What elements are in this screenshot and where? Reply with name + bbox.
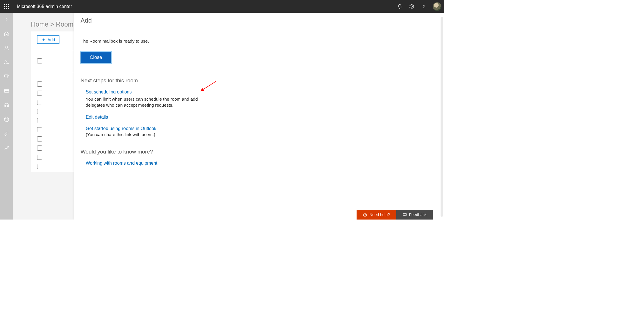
waffle-icon <box>4 4 9 9</box>
need-help-label: Need help? <box>369 212 390 217</box>
outlook-note: (You can share this link with users.) <box>86 132 217 138</box>
plus-icon: ＋ <box>41 37 46 42</box>
list-row-divider <box>37 72 74 72</box>
gear-icon[interactable] <box>3 116 10 123</box>
svg-point-8 <box>6 119 7 120</box>
outlook-block: Get started using rooms in Outlook (You … <box>86 126 437 138</box>
notifications-icon[interactable] <box>397 4 403 9</box>
help-icon[interactable] <box>421 4 427 9</box>
background-list-panel: ＋ Add <box>31 31 77 172</box>
row-checkbox[interactable] <box>37 136 42 141</box>
edit-details-link[interactable]: Edit details <box>86 115 108 120</box>
add-button[interactable]: ＋ Add <box>37 35 59 44</box>
user-icon[interactable] <box>3 45 10 51</box>
svg-point-0 <box>411 6 413 7</box>
set-scheduling-link[interactable]: Set scheduling options <box>86 89 132 95</box>
svg-rect-7 <box>4 89 9 92</box>
need-help-button[interactable]: Need help? <box>357 210 396 220</box>
support-icon[interactable] <box>3 102 10 108</box>
panel-title: Add <box>81 17 437 24</box>
devices-icon[interactable] <box>3 73 10 80</box>
row-checkbox[interactable] <box>37 109 42 114</box>
setup-icon[interactable] <box>3 131 10 137</box>
feedback-label: Feedback <box>409 212 427 217</box>
billing-icon[interactable] <box>3 88 10 94</box>
bottom-action-bar: Need help? Feedback <box>357 210 433 220</box>
close-button[interactable]: Close <box>81 52 111 63</box>
next-steps-heading: Next steps for this room <box>81 77 437 84</box>
row-checkbox[interactable] <box>37 91 42 96</box>
working-with-link[interactable]: Working with rooms and equipment <box>86 161 157 166</box>
app-title: Microsoft 365 admin center <box>17 4 72 9</box>
row-checkbox[interactable] <box>37 164 42 169</box>
feedback-button[interactable]: Feedback <box>396 210 433 220</box>
settings-icon[interactable] <box>409 4 415 9</box>
set-scheduling-block: Set scheduling options You can limit whe… <box>86 89 437 108</box>
top-right-controls <box>397 0 441 13</box>
svg-point-3 <box>5 61 6 62</box>
expand-nav-icon[interactable] <box>3 16 10 23</box>
svg-point-2 <box>5 46 7 48</box>
outlook-link[interactable]: Get started using rooms in Outlook <box>86 126 156 131</box>
ready-message: The Room mailbox is ready to use. <box>81 39 437 44</box>
row-checkbox[interactable] <box>37 118 42 123</box>
reports-icon[interactable] <box>3 145 10 151</box>
svg-point-1 <box>423 7 424 8</box>
row-checkbox[interactable] <box>37 127 42 132</box>
panel-scrollbar[interactable] <box>441 17 443 217</box>
edit-details-block: Edit details <box>86 115 437 120</box>
row-checkbox[interactable] <box>37 100 42 105</box>
top-bar: Microsoft 365 admin center <box>0 0 444 13</box>
app-launcher-button[interactable] <box>0 0 13 13</box>
svg-point-4 <box>7 61 8 62</box>
svg-rect-6 <box>8 76 9 78</box>
groups-icon[interactable] <box>3 59 10 65</box>
left-nav-rail <box>0 13 13 220</box>
set-scheduling-desc: You can limit when users can schedule th… <box>86 96 217 108</box>
help-circle-icon <box>363 213 367 217</box>
list-column <box>34 58 74 169</box>
add-button-label: Add <box>47 37 55 42</box>
home-icon[interactable] <box>3 31 10 37</box>
know-more-heading: Would you like to know more? <box>81 149 437 155</box>
svg-rect-5 <box>4 75 8 77</box>
row-checkbox[interactable] <box>37 58 42 63</box>
add-panel: Add The Room mailbox is ready to use. Cl… <box>74 13 444 220</box>
svg-point-11 <box>365 216 365 216</box>
row-checkbox[interactable] <box>37 145 42 151</box>
row-checkbox[interactable] <box>37 81 42 87</box>
svg-rect-12 <box>403 213 406 216</box>
avatar[interactable] <box>433 2 441 11</box>
working-with-block: Working with rooms and equipment <box>86 161 437 166</box>
row-checkbox[interactable] <box>37 155 42 160</box>
list-top-divider <box>34 50 74 50</box>
feedback-icon <box>403 213 407 217</box>
